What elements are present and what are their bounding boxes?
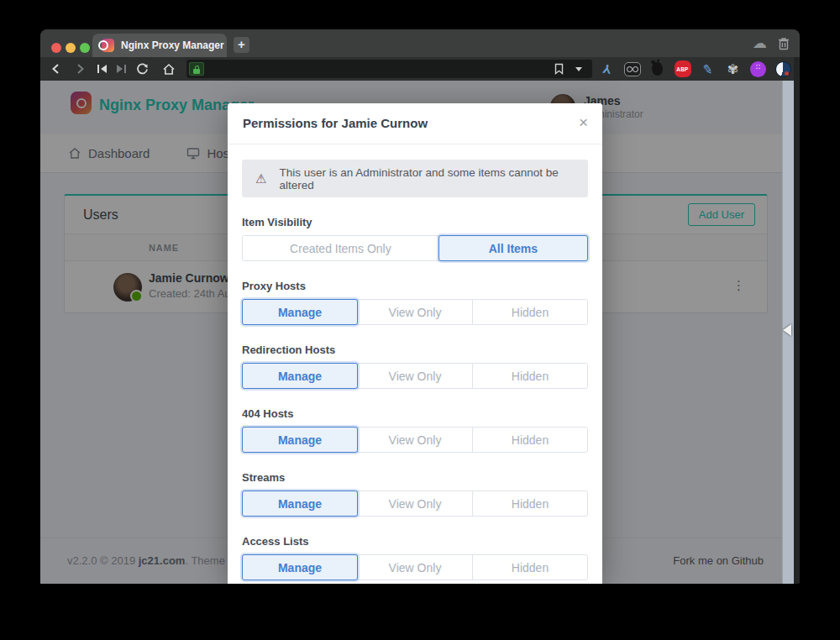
section-label: Streams [242, 471, 588, 484]
access-lists-manage-button[interactable]: Manage [242, 554, 358, 580]
bookmark-icon[interactable] [554, 63, 564, 78]
favicon-npm-logo [102, 39, 114, 52]
close-icon[interactable]: × [577, 113, 590, 132]
forward-icon[interactable] [74, 57, 86, 81]
visibility-created-items-button[interactable]: Created Items Only [242, 235, 439, 261]
redirection-hosts-hidden-button[interactable]: Hidden [472, 363, 588, 389]
section-label: Item Visibility [242, 216, 588, 228]
proxy-hosts-hidden-button[interactable]: Hidden [472, 299, 588, 325]
proxy-hosts-section: Proxy Hosts Manage View Only Hidden [242, 280, 588, 325]
404-hosts-view-only-button[interactable]: View Only [357, 427, 473, 453]
proxy-hosts-manage-button[interactable]: Manage [242, 299, 358, 325]
reload-icon[interactable] [136, 57, 149, 81]
visibility-all-items-button[interactable]: All Items [438, 235, 588, 261]
warning-icon: ⚠ [255, 171, 266, 186]
access-lists-view-only-button[interactable]: View Only [357, 554, 473, 580]
home-icon[interactable] [162, 57, 176, 81]
section-label: Redirection Hosts [242, 344, 588, 356]
pie-extension-icon[interactable] [774, 60, 792, 78]
secure-lock-icon[interactable] [189, 62, 204, 76]
redirection-hosts-manage-button[interactable]: Manage [242, 363, 358, 389]
item-visibility-section: Item Visibility Created Items Only All I… [242, 216, 588, 261]
tab-title: Nginx Proxy Manager [121, 39, 224, 51]
redirection-hosts-section: Redirection Hosts Manage View Only Hidde… [242, 344, 588, 389]
extension-bar: Y ABP ✎ ✾ [598, 57, 792, 81]
proxy-hosts-view-only-button[interactable]: View Only [357, 299, 473, 325]
close-window-button[interactable] [51, 43, 61, 53]
section-label: 404 Hosts [242, 407, 588, 420]
adblock-plus-icon[interactable]: ABP [674, 60, 691, 78]
window-right-edge [794, 57, 800, 584]
admin-warning-alert: ⚠ This user is an Administrator and some… [242, 160, 588, 197]
probe-extension-icon[interactable]: Y [597, 59, 617, 79]
streams-hidden-button[interactable]: Hidden [472, 490, 588, 517]
browser-titlebar: Nginx Proxy Manager + ☁ [40, 29, 800, 57]
new-tab-button[interactable]: + [234, 37, 249, 53]
access-lists-hidden-button[interactable]: Hidden [472, 554, 588, 580]
mouse-cursor [783, 324, 791, 336]
browser-window: Nginx Proxy Manager + ☁ [40, 29, 800, 584]
url-bar[interactable] [186, 60, 592, 78]
goggles-extension-icon[interactable] [623, 60, 641, 78]
pen-extension-icon[interactable]: ✎ [698, 59, 718, 79]
404-hosts-hidden-button[interactable]: Hidden [472, 427, 588, 453]
gnome-foot-extension-icon[interactable] [648, 60, 666, 78]
skip-back-icon[interactable] [97, 57, 108, 81]
404-hosts-section: 404 Hosts Manage View Only Hidden [242, 407, 588, 453]
page-viewport: Nginx Proxy Manager James Administrator … [40, 81, 794, 584]
redirection-hosts-view-only-button[interactable]: View Only [357, 363, 473, 389]
streams-section: Streams Manage View Only Hidden [242, 471, 588, 517]
browser-tab[interactable]: Nginx Proxy Manager [92, 34, 227, 57]
back-icon[interactable] [50, 57, 62, 81]
zoom-window-button[interactable] [80, 43, 90, 53]
gear-flower-extension-icon[interactable]: ✾ [724, 60, 742, 78]
trash-icon[interactable] [778, 37, 790, 50]
minimize-window-button[interactable] [66, 43, 76, 53]
streams-manage-button[interactable]: Manage [242, 490, 358, 517]
section-label: Proxy Hosts [242, 280, 588, 292]
cloud-icon[interactable]: ☁ [753, 36, 767, 50]
purple-extension-icon[interactable] [749, 60, 767, 78]
streams-view-only-button[interactable]: View Only [357, 490, 473, 517]
section-label: Access Lists [242, 535, 588, 548]
access-lists-section: Access Lists Manage View Only Hidden [242, 535, 588, 580]
404-hosts-manage-button[interactable]: Manage [242, 427, 358, 453]
modal-title: Permissions for Jamie Curnow [243, 116, 428, 130]
permissions-modal: Permissions for Jamie Curnow × ⚠ This us… [228, 103, 602, 584]
bookmarks-dropdown-icon[interactable] [575, 67, 582, 71]
skip-forward-icon[interactable] [116, 57, 127, 81]
